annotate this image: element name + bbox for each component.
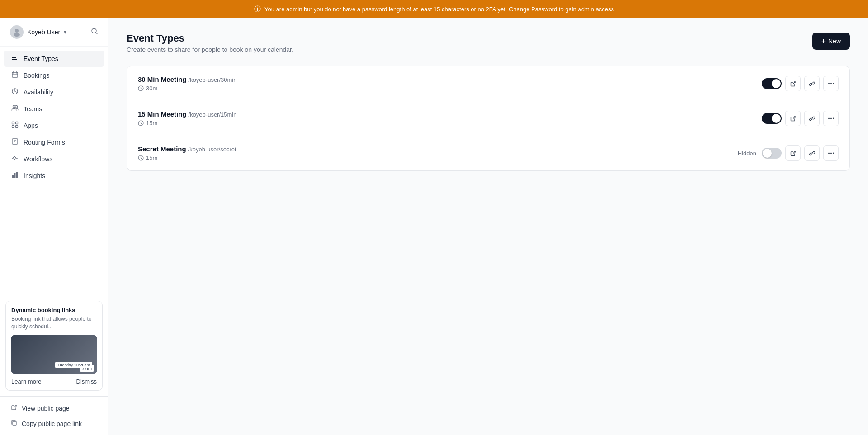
page-title-block: Event Types Create events to share for p… [127,33,293,53]
svg-point-1 [14,33,20,37]
svg-point-27 [828,83,830,84]
sidebar-item-routing-forms[interactable]: Routing Forms [4,134,104,150]
event-actions-15min [762,111,839,126]
sidebar-item-bookings[interactable]: Bookings [4,67,104,84]
svg-rect-14 [16,126,18,128]
view-public-page-link[interactable]: View public page [4,401,104,416]
sidebar: Koyeb User ▾ Event Types [0,18,108,435]
chevron-down-icon: ▾ [64,29,66,35]
event-card-30min[interactable]: 30 Min Meeting/koyeb-user/30min 30m [127,66,849,101]
sidebar-item-availability[interactable]: Availability [4,84,104,100]
sidebar-item-event-types[interactable]: Event Types [4,51,104,67]
svg-line-31 [793,117,795,119]
event-card-15min[interactable]: 15 Min Meeting/koyeb-user/15min 15m [127,101,849,136]
hidden-label: Hidden [738,150,756,157]
svg-point-32 [828,118,830,119]
sidebar-item-apps[interactable]: Apps [4,117,104,134]
copy-link-button-15min[interactable] [804,111,820,126]
banner-message: You are admin but you do not have a pass… [264,6,505,13]
avatar [10,25,24,39]
event-duration-15min: 15m [138,120,236,126]
svg-rect-13 [12,126,14,128]
admin-banner: ⓘ You are admin but you do not have a pa… [0,0,868,18]
event-actions-secret: Hidden [738,145,839,161]
event-card-secret[interactable]: Secret Meeting/koyeb-user/secret 15m Hid… [127,136,849,170]
teams-icon [11,104,19,113]
svg-point-38 [830,153,832,154]
page-title: Event Types [127,33,293,44]
external-link-button-30min[interactable] [785,76,801,91]
more-options-button-secret[interactable] [823,145,839,161]
svg-point-33 [830,118,832,119]
sidebar-bottom: View public page Copy public page link [0,396,108,435]
page-header: Event Types Create events to share for p… [127,33,850,53]
svg-line-23 [14,405,16,407]
svg-point-0 [15,29,19,33]
new-button-label: New [828,37,841,45]
availability-icon [11,88,19,97]
svg-rect-15 [12,139,18,144]
search-button[interactable] [88,25,101,39]
main-content: Event Types Create events to share for p… [108,18,868,435]
svg-rect-24 [13,421,16,425]
copy-public-page-link[interactable]: Copy public page link [4,416,104,431]
learn-more-button[interactable]: Learn more [11,378,41,385]
sidebar-item-teams[interactable]: Teams [4,101,104,117]
promo-card: Dynamic booking links Booking link that … [5,301,103,391]
more-options-button-15min[interactable] [823,111,839,126]
svg-line-3 [96,33,97,34]
sidebar-item-workflows[interactable]: Workflows [4,151,104,167]
apps-icon [11,121,19,130]
svg-point-28 [830,83,832,84]
promo-video-thumbnail[interactable]: .com Tuesday 10:20am ▶ [11,335,97,374]
user-menu[interactable]: Koyeb User ▾ [7,23,69,41]
sidebar-top: Koyeb User ▾ [0,18,108,47]
event-info-secret: Secret Meeting/koyeb-user/secret 15m [138,145,236,161]
workflows-icon [11,154,19,164]
page-subtitle: Create events to share for people to boo… [127,46,293,53]
toggle-secret[interactable] [762,148,782,159]
sidebar-item-insights[interactable]: Insights [4,168,104,184]
svg-point-9 [13,106,15,108]
bookings-icon [11,71,19,80]
toggle-30min[interactable] [762,78,782,89]
change-password-link[interactable]: Change Password to gain admin access [509,6,614,13]
event-name-30min: 30 Min Meeting/koyeb-user/30min [138,75,236,83]
svg-rect-4 [12,72,18,77]
sidebar-item-label-workflows: Workflows [24,155,52,163]
user-name: Koyeb User [27,28,60,36]
promo-actions: Learn more Dismiss [11,378,97,385]
event-info-30min: 30 Min Meeting/koyeb-user/30min 30m [138,75,236,92]
new-event-type-button[interactable]: + New [812,33,850,50]
copy-link-button-30min[interactable] [804,76,820,91]
event-type-list: 30 Min Meeting/koyeb-user/30min 30m [127,66,850,171]
svg-rect-21 [14,173,16,178]
event-info-15min: 15 Min Meeting/koyeb-user/15min 15m [138,110,236,126]
svg-point-37 [828,153,830,154]
event-duration-secret: 15m [138,154,236,161]
dismiss-button[interactable]: Dismiss [76,378,97,385]
copy-public-page-label: Copy public page link [22,420,82,427]
external-link-button-secret[interactable] [785,145,801,161]
event-name-15min: 15 Min Meeting/koyeb-user/15min [138,110,236,118]
svg-rect-12 [16,122,18,124]
event-slug-secret: /koyeb-user/secret [188,146,236,153]
event-name-secret: Secret Meeting/koyeb-user/secret [138,145,236,153]
clock-icon [138,120,144,126]
toggle-15min[interactable] [762,113,782,124]
svg-line-26 [793,82,795,84]
svg-point-29 [833,83,834,84]
routing-forms-icon [11,138,19,147]
external-link-button-15min[interactable] [785,111,801,126]
insights-icon [11,171,19,180]
copy-link-button-secret[interactable] [804,145,820,161]
plus-icon: + [821,37,826,45]
sidebar-item-label-insights: Insights [24,172,45,179]
external-link-icon [11,404,17,412]
sidebar-item-label-apps: Apps [24,122,38,129]
svg-point-10 [15,106,18,108]
more-options-button-30min[interactable] [823,76,839,91]
svg-point-34 [833,118,834,119]
svg-rect-11 [12,122,14,124]
svg-rect-20 [12,175,14,178]
